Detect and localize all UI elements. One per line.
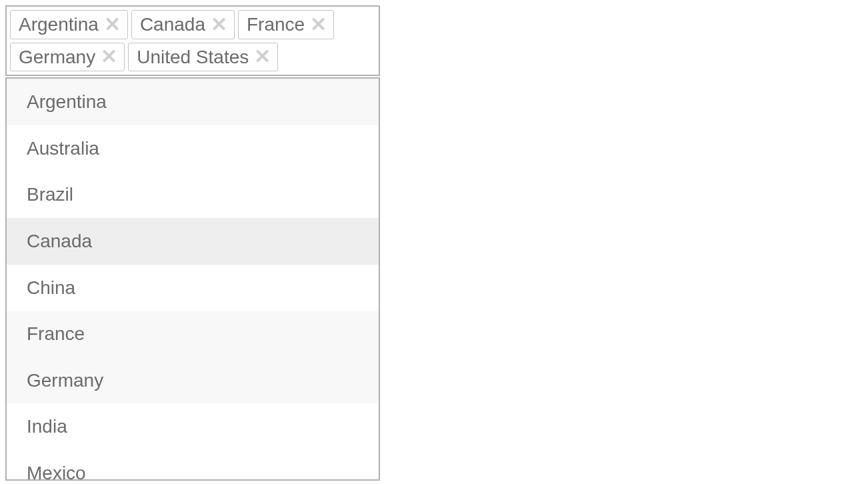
tag-france: France ✕ bbox=[238, 10, 334, 39]
tag-united-states: United States ✕ bbox=[128, 43, 278, 72]
option-france[interactable]: France bbox=[7, 311, 379, 357]
tag-canada: Canada ✕ bbox=[131, 10, 235, 39]
close-icon[interactable]: ✕ bbox=[310, 15, 327, 35]
tag-label: United States bbox=[137, 46, 249, 69]
options-dropdown: Argentina Australia Brazil Canada China … bbox=[5, 77, 380, 481]
tag-label: France bbox=[247, 13, 305, 36]
close-icon[interactable]: ✕ bbox=[211, 15, 227, 35]
close-icon[interactable]: ✕ bbox=[101, 47, 117, 67]
tag-germany: Germany ✕ bbox=[10, 43, 125, 72]
tag-label: Germany bbox=[19, 46, 95, 69]
selected-tags-box[interactable]: Argentina ✕ Canada ✕ France ✕ Germany ✕ … bbox=[5, 5, 380, 76]
option-mexico[interactable]: Mexico bbox=[7, 450, 379, 479]
tag-label: Canada bbox=[140, 13, 205, 36]
option-germany[interactable]: Germany bbox=[7, 357, 379, 404]
country-multiselect: Argentina ✕ Canada ✕ France ✕ Germany ✕ … bbox=[5, 5, 380, 481]
option-canada[interactable]: Canada bbox=[7, 218, 379, 265]
tag-argentina: Argentina ✕ bbox=[10, 10, 128, 39]
option-india[interactable]: India bbox=[7, 403, 379, 450]
option-australia[interactable]: Australia bbox=[7, 125, 379, 172]
option-argentina[interactable]: Argentina bbox=[7, 79, 379, 125]
close-icon[interactable]: ✕ bbox=[254, 47, 271, 67]
tag-label: Argentina bbox=[19, 13, 99, 36]
close-icon[interactable]: ✕ bbox=[104, 15, 121, 35]
option-china[interactable]: China bbox=[7, 265, 379, 311]
option-brazil[interactable]: Brazil bbox=[7, 171, 379, 218]
